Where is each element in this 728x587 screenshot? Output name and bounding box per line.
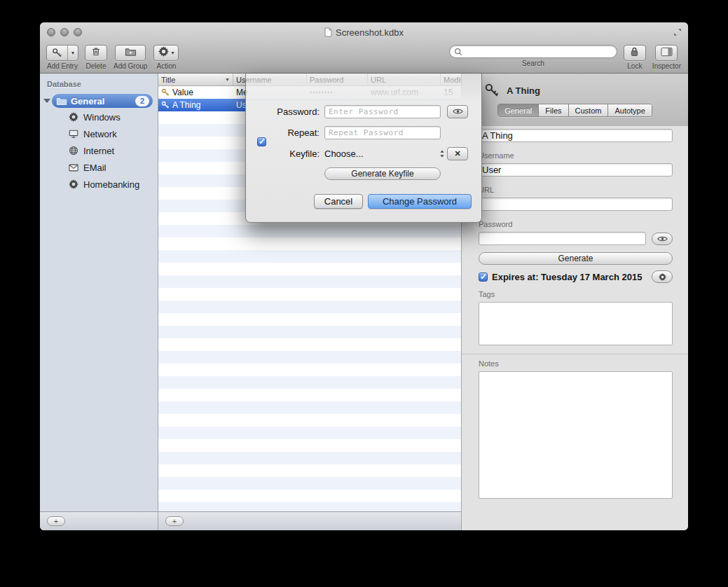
- search-input[interactable]: [465, 46, 612, 57]
- zoom-button[interactable]: [74, 28, 82, 36]
- inspector-panel: A Thing General Files Custom Autotype Us…: [462, 74, 688, 530]
- minimize-button[interactable]: [60, 28, 69, 36]
- sheet-repeat-input[interactable]: [324, 126, 441, 139]
- reveal-password-button[interactable]: [447, 105, 468, 118]
- add-entry-button[interactable]: ▾: [46, 45, 78, 61]
- password-field[interactable]: [479, 232, 646, 245]
- add-group-plus-button[interactable]: +: [47, 516, 65, 526]
- titlebar[interactable]: Screenshot.kdbx: [40, 22, 688, 42]
- folder-plus-icon: [125, 47, 137, 60]
- sidebar-item-email[interactable]: EMail: [40, 159, 158, 176]
- search-label: Search: [522, 60, 544, 67]
- expires-settings-button[interactable]: [652, 270, 673, 283]
- disclosure-triangle-icon[interactable]: [43, 99, 50, 103]
- inspector-panel-icon: [661, 47, 673, 60]
- inspector-header: A Thing General Files Custom Autotype: [462, 74, 688, 126]
- generate-keyfile-button[interactable]: Generate Keyfile: [324, 167, 441, 180]
- key-icon: [161, 88, 170, 97]
- gear-icon: [659, 273, 666, 281]
- inspector-entry-title: A Thing: [507, 85, 540, 96]
- lock-label: Lock: [627, 62, 642, 70]
- sidebar-bottombar: +: [40, 511, 158, 530]
- sidebar-item-windows[interactable]: Windows: [40, 109, 158, 125]
- tab-custom[interactable]: Custom: [569, 104, 609, 116]
- sidebar-item-internet[interactable]: Internet: [40, 142, 158, 159]
- reveal-password-button[interactable]: [652, 233, 673, 245]
- envelope-icon: [69, 164, 78, 172]
- sheet-password-input[interactable]: [324, 105, 441, 118]
- url-field[interactable]: [479, 198, 673, 211]
- password-label: Password: [479, 220, 673, 228]
- window-title-text: Screenshot.kdbx: [336, 27, 404, 38]
- window-title: Screenshot.kdbx: [324, 27, 404, 38]
- close-button[interactable]: [47, 28, 55, 36]
- password-row: Password:: [246, 104, 481, 118]
- generate-password-button[interactable]: Generate: [479, 252, 673, 265]
- cancel-button[interactable]: Cancel: [314, 194, 363, 209]
- toolbar: ▾ Add Entry Delete Add Group: [40, 42, 688, 74]
- trash-icon: [91, 46, 101, 60]
- lock-icon: [630, 46, 639, 60]
- expires-row: Expires at: Tuesday 17 March 2015: [479, 270, 673, 283]
- folder-icon: [56, 97, 67, 106]
- sort-descending-icon: ▼: [225, 77, 230, 82]
- tab-general[interactable]: General: [498, 104, 539, 116]
- add-entry-plus-button[interactable]: +: [165, 516, 184, 526]
- search-field[interactable]: [449, 45, 617, 58]
- username-field[interactable]: [479, 163, 673, 177]
- entry-title: A Thing: [172, 100, 200, 110]
- lock-button[interactable]: [624, 45, 646, 61]
- sidebar-item-network[interactable]: Network: [40, 125, 158, 142]
- sidebar-group-general[interactable]: General 2: [40, 93, 158, 109]
- sheet-repeat-label: Repeat:: [267, 127, 320, 138]
- notes-input[interactable]: [479, 371, 673, 499]
- tab-autotype[interactable]: Autotype: [608, 104, 651, 116]
- tags-input[interactable]: [479, 302, 673, 345]
- entry-list-bottombar: +: [158, 511, 461, 530]
- inspector-button[interactable]: [655, 45, 678, 61]
- gear-icon: [158, 46, 169, 60]
- keyfile-popup-value: Choose...: [324, 149, 364, 159]
- chevron-down-icon: ▾: [171, 50, 174, 56]
- eye-icon: [657, 235, 668, 242]
- app-window: Screenshot.kdbx ▾ Add Entry Delete: [40, 22, 688, 530]
- sidebar-group-selection[interactable]: General 2: [52, 94, 153, 108]
- sidebar-item-homebanking[interactable]: Homebanking: [40, 176, 158, 193]
- title-field[interactable]: [479, 129, 673, 142]
- chevron-down-icon[interactable]: ▾: [67, 46, 78, 60]
- sidebar-groups: Database General 2 Windows: [40, 74, 158, 511]
- add-group-button[interactable]: [115, 45, 146, 61]
- add-entry-tool: ▾ Add Entry: [46, 45, 78, 70]
- popup-stepper-icon: [439, 149, 445, 158]
- expires-label: Expires at: Tuesday 17 March 2015: [492, 272, 642, 282]
- section-divider: [462, 354, 688, 354]
- display-icon: [69, 129, 78, 139]
- tags-label: Tags: [479, 290, 673, 298]
- expires-checkbox[interactable]: [479, 272, 488, 282]
- delete-button[interactable]: [85, 45, 107, 61]
- key-icon: [47, 46, 67, 60]
- fullscreen-button[interactable]: [673, 27, 682, 37]
- sidebar-item-label: EMail: [83, 163, 107, 173]
- keyfile-row: Keyfile: Choose... ✕: [246, 146, 481, 160]
- change-password-button[interactable]: Change Password: [368, 194, 472, 209]
- column-header-title[interactable]: Title ▼: [158, 74, 233, 85]
- username-label: Username: [479, 151, 673, 160]
- globe-icon: [69, 146, 78, 156]
- delete-label: Delete: [86, 62, 107, 70]
- action-label: Action: [156, 62, 176, 70]
- traffic-lights: [47, 28, 82, 36]
- group-count-badge: 2: [135, 96, 149, 106]
- action-button[interactable]: ▾: [153, 45, 179, 61]
- key-icon: [484, 83, 500, 98]
- inspector-label: Inspector: [652, 62, 681, 70]
- notes-label: Notes: [479, 359, 673, 368]
- sheet-keyfile-label: Keyfile:: [267, 149, 320, 159]
- keyfile-popup[interactable]: Choose...: [324, 149, 445, 159]
- sidebar-item-label: Internet: [83, 146, 114, 156]
- gear-icon: [69, 179, 78, 189]
- entry-title: Value: [172, 88, 193, 97]
- sheet-password-label: Password:: [267, 106, 320, 117]
- clear-keyfile-button[interactable]: ✕: [447, 147, 468, 160]
- tab-files[interactable]: Files: [539, 104, 568, 116]
